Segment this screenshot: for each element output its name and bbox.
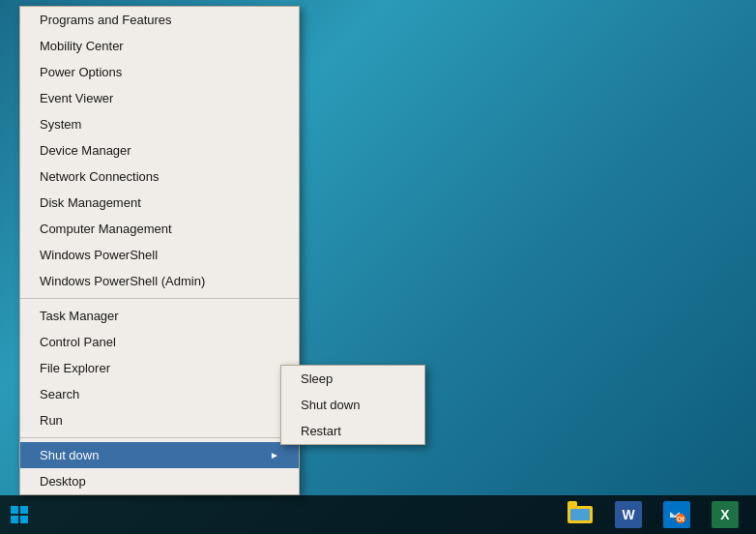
outlook-icon: Ot [663,501,690,528]
taskbar-outlook[interactable]: Ot [654,495,700,534]
excel-icon: X [712,501,739,528]
word-icon: W [615,501,642,528]
menu-item-power-options[interactable]: Power Options [20,59,299,85]
menu-item-mobility-center[interactable]: Mobility Center [20,33,299,59]
menu-item-file-explorer[interactable]: File Explorer [20,355,299,381]
menu-item-run[interactable]: Run [20,407,299,433]
menu-item-task-manager[interactable]: Task Manager [20,303,299,329]
desktop: Programs and Features Mobility Center Po… [0,0,756,534]
folder-icon [567,506,593,523]
separator-1 [20,298,299,299]
taskbar-file-explorer[interactable] [557,495,603,534]
menu-item-computer-management[interactable]: Computer Management [20,216,299,242]
taskbar-icons: W Ot X [557,495,756,534]
separator-2 [20,437,299,438]
menu-item-network-connections[interactable]: Network Connections [20,163,299,190]
menu-item-system[interactable]: System [20,111,299,137]
submenu-item-sleep[interactable]: Sleep [281,366,424,392]
windows-logo-icon [11,506,28,523]
submenu-shutdown: Sleep Shut down Restart [280,365,425,445]
menu-item-device-manager[interactable]: Device Manager [20,137,299,163]
taskbar: W Ot X [0,495,756,534]
menu-item-shut-down[interactable]: Shut down ► [20,442,299,468]
menu-item-disk-management[interactable]: Disk Management [20,190,299,216]
taskbar-word[interactable]: W [605,495,652,534]
submenu-item-shutdown[interactable]: Shut down [281,392,424,418]
menu-item-control-panel[interactable]: Control Panel [20,329,299,355]
context-menu: Programs and Features Mobility Center Po… [19,6,300,495]
menu-item-desktop[interactable]: Desktop [20,468,299,494]
menu-item-event-viewer[interactable]: Event Viewer [20,85,299,111]
menu-item-windows-powershell[interactable]: Windows PowerShell [20,242,299,268]
svg-text:Ot: Ot [677,516,684,522]
taskbar-excel[interactable]: X [702,495,748,534]
menu-item-search[interactable]: Search [20,381,299,407]
menu-item-windows-powershell-admin[interactable]: Windows PowerShell (Admin) [20,268,299,294]
start-button[interactable] [0,495,39,534]
menu-item-programs-features[interactable]: Programs and Features [20,7,299,33]
submenu-item-restart[interactable]: Restart [281,418,424,444]
submenu-arrow-icon: ► [270,450,279,460]
